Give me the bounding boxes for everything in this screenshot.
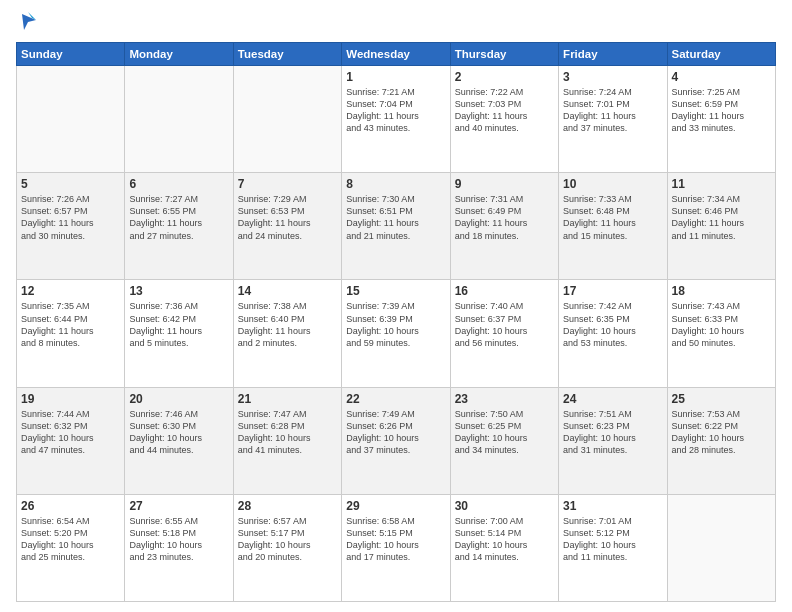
cell-daylight-info: Sunrise: 7:24 AM Sunset: 7:01 PM Dayligh… bbox=[563, 86, 662, 135]
calendar-cell-1-3: 8Sunrise: 7:30 AM Sunset: 6:51 PM Daylig… bbox=[342, 173, 450, 280]
calendar-cell-3-2: 21Sunrise: 7:47 AM Sunset: 6:28 PM Dayli… bbox=[233, 387, 341, 494]
cell-daylight-info: Sunrise: 7:22 AM Sunset: 7:03 PM Dayligh… bbox=[455, 86, 554, 135]
calendar-cell-2-1: 13Sunrise: 7:36 AM Sunset: 6:42 PM Dayli… bbox=[125, 280, 233, 387]
cell-daylight-info: Sunrise: 7:30 AM Sunset: 6:51 PM Dayligh… bbox=[346, 193, 445, 242]
calendar-cell-0-2 bbox=[233, 66, 341, 173]
logo bbox=[16, 10, 38, 34]
day-number: 17 bbox=[563, 284, 662, 298]
calendar-row-0: 1Sunrise: 7:21 AM Sunset: 7:04 PM Daylig… bbox=[17, 66, 776, 173]
logo-bird-icon bbox=[18, 10, 38, 34]
day-number: 15 bbox=[346, 284, 445, 298]
day-number: 2 bbox=[455, 70, 554, 84]
calendar-cell-1-2: 7Sunrise: 7:29 AM Sunset: 6:53 PM Daylig… bbox=[233, 173, 341, 280]
day-number: 23 bbox=[455, 392, 554, 406]
cell-daylight-info: Sunrise: 7:21 AM Sunset: 7:04 PM Dayligh… bbox=[346, 86, 445, 135]
cell-daylight-info: Sunrise: 7:51 AM Sunset: 6:23 PM Dayligh… bbox=[563, 408, 662, 457]
day-number: 26 bbox=[21, 499, 120, 513]
calendar-row-3: 19Sunrise: 7:44 AM Sunset: 6:32 PM Dayli… bbox=[17, 387, 776, 494]
day-number: 28 bbox=[238, 499, 337, 513]
calendar-cell-4-6 bbox=[667, 494, 775, 601]
calendar-header-row: SundayMondayTuesdayWednesdayThursdayFrid… bbox=[17, 43, 776, 66]
cell-daylight-info: Sunrise: 7:29 AM Sunset: 6:53 PM Dayligh… bbox=[238, 193, 337, 242]
cell-daylight-info: Sunrise: 6:57 AM Sunset: 5:17 PM Dayligh… bbox=[238, 515, 337, 564]
day-number: 7 bbox=[238, 177, 337, 191]
cell-daylight-info: Sunrise: 7:39 AM Sunset: 6:39 PM Dayligh… bbox=[346, 300, 445, 349]
day-number: 3 bbox=[563, 70, 662, 84]
weekday-header-thursday: Thursday bbox=[450, 43, 558, 66]
day-number: 11 bbox=[672, 177, 771, 191]
calendar-cell-4-1: 27Sunrise: 6:55 AM Sunset: 5:18 PM Dayli… bbox=[125, 494, 233, 601]
cell-daylight-info: Sunrise: 7:33 AM Sunset: 6:48 PM Dayligh… bbox=[563, 193, 662, 242]
weekday-header-wednesday: Wednesday bbox=[342, 43, 450, 66]
cell-daylight-info: Sunrise: 7:26 AM Sunset: 6:57 PM Dayligh… bbox=[21, 193, 120, 242]
calendar-cell-1-5: 10Sunrise: 7:33 AM Sunset: 6:48 PM Dayli… bbox=[559, 173, 667, 280]
calendar-row-2: 12Sunrise: 7:35 AM Sunset: 6:44 PM Dayli… bbox=[17, 280, 776, 387]
calendar-cell-3-5: 24Sunrise: 7:51 AM Sunset: 6:23 PM Dayli… bbox=[559, 387, 667, 494]
calendar-cell-2-5: 17Sunrise: 7:42 AM Sunset: 6:35 PM Dayli… bbox=[559, 280, 667, 387]
day-number: 20 bbox=[129, 392, 228, 406]
day-number: 27 bbox=[129, 499, 228, 513]
cell-daylight-info: Sunrise: 7:40 AM Sunset: 6:37 PM Dayligh… bbox=[455, 300, 554, 349]
calendar-cell-1-1: 6Sunrise: 7:27 AM Sunset: 6:55 PM Daylig… bbox=[125, 173, 233, 280]
calendar-cell-0-4: 2Sunrise: 7:22 AM Sunset: 7:03 PM Daylig… bbox=[450, 66, 558, 173]
day-number: 16 bbox=[455, 284, 554, 298]
calendar-cell-0-6: 4Sunrise: 7:25 AM Sunset: 6:59 PM Daylig… bbox=[667, 66, 775, 173]
calendar-cell-2-2: 14Sunrise: 7:38 AM Sunset: 6:40 PM Dayli… bbox=[233, 280, 341, 387]
calendar-cell-0-3: 1Sunrise: 7:21 AM Sunset: 7:04 PM Daylig… bbox=[342, 66, 450, 173]
cell-daylight-info: Sunrise: 7:47 AM Sunset: 6:28 PM Dayligh… bbox=[238, 408, 337, 457]
calendar-cell-4-5: 31Sunrise: 7:01 AM Sunset: 5:12 PM Dayli… bbox=[559, 494, 667, 601]
page: SundayMondayTuesdayWednesdayThursdayFrid… bbox=[0, 0, 792, 612]
calendar-cell-2-3: 15Sunrise: 7:39 AM Sunset: 6:39 PM Dayli… bbox=[342, 280, 450, 387]
calendar-cell-3-4: 23Sunrise: 7:50 AM Sunset: 6:25 PM Dayli… bbox=[450, 387, 558, 494]
cell-daylight-info: Sunrise: 7:43 AM Sunset: 6:33 PM Dayligh… bbox=[672, 300, 771, 349]
weekday-header-tuesday: Tuesday bbox=[233, 43, 341, 66]
svg-marker-0 bbox=[22, 14, 36, 30]
day-number: 30 bbox=[455, 499, 554, 513]
weekday-header-monday: Monday bbox=[125, 43, 233, 66]
day-number: 25 bbox=[672, 392, 771, 406]
cell-daylight-info: Sunrise: 7:35 AM Sunset: 6:44 PM Dayligh… bbox=[21, 300, 120, 349]
calendar-row-4: 26Sunrise: 6:54 AM Sunset: 5:20 PM Dayli… bbox=[17, 494, 776, 601]
calendar-cell-0-0 bbox=[17, 66, 125, 173]
calendar-cell-3-3: 22Sunrise: 7:49 AM Sunset: 6:26 PM Dayli… bbox=[342, 387, 450, 494]
weekday-header-saturday: Saturday bbox=[667, 43, 775, 66]
cell-daylight-info: Sunrise: 6:55 AM Sunset: 5:18 PM Dayligh… bbox=[129, 515, 228, 564]
cell-daylight-info: Sunrise: 7:46 AM Sunset: 6:30 PM Dayligh… bbox=[129, 408, 228, 457]
calendar-cell-0-5: 3Sunrise: 7:24 AM Sunset: 7:01 PM Daylig… bbox=[559, 66, 667, 173]
calendar-cell-1-4: 9Sunrise: 7:31 AM Sunset: 6:49 PM Daylig… bbox=[450, 173, 558, 280]
day-number: 29 bbox=[346, 499, 445, 513]
day-number: 19 bbox=[21, 392, 120, 406]
cell-daylight-info: Sunrise: 7:53 AM Sunset: 6:22 PM Dayligh… bbox=[672, 408, 771, 457]
weekday-header-friday: Friday bbox=[559, 43, 667, 66]
calendar-table: SundayMondayTuesdayWednesdayThursdayFrid… bbox=[16, 42, 776, 602]
calendar-cell-2-0: 12Sunrise: 7:35 AM Sunset: 6:44 PM Dayli… bbox=[17, 280, 125, 387]
calendar-cell-3-1: 20Sunrise: 7:46 AM Sunset: 6:30 PM Dayli… bbox=[125, 387, 233, 494]
calendar-cell-4-2: 28Sunrise: 6:57 AM Sunset: 5:17 PM Dayli… bbox=[233, 494, 341, 601]
day-number: 4 bbox=[672, 70, 771, 84]
cell-daylight-info: Sunrise: 7:42 AM Sunset: 6:35 PM Dayligh… bbox=[563, 300, 662, 349]
calendar-cell-3-0: 19Sunrise: 7:44 AM Sunset: 6:32 PM Dayli… bbox=[17, 387, 125, 494]
calendar-cell-2-6: 18Sunrise: 7:43 AM Sunset: 6:33 PM Dayli… bbox=[667, 280, 775, 387]
cell-daylight-info: Sunrise: 7:25 AM Sunset: 6:59 PM Dayligh… bbox=[672, 86, 771, 135]
calendar-cell-4-0: 26Sunrise: 6:54 AM Sunset: 5:20 PM Dayli… bbox=[17, 494, 125, 601]
calendar-cell-1-6: 11Sunrise: 7:34 AM Sunset: 6:46 PM Dayli… bbox=[667, 173, 775, 280]
day-number: 9 bbox=[455, 177, 554, 191]
cell-daylight-info: Sunrise: 7:44 AM Sunset: 6:32 PM Dayligh… bbox=[21, 408, 120, 457]
cell-daylight-info: Sunrise: 7:31 AM Sunset: 6:49 PM Dayligh… bbox=[455, 193, 554, 242]
cell-daylight-info: Sunrise: 7:34 AM Sunset: 6:46 PM Dayligh… bbox=[672, 193, 771, 242]
header bbox=[16, 10, 776, 34]
cell-daylight-info: Sunrise: 7:38 AM Sunset: 6:40 PM Dayligh… bbox=[238, 300, 337, 349]
calendar-row-1: 5Sunrise: 7:26 AM Sunset: 6:57 PM Daylig… bbox=[17, 173, 776, 280]
day-number: 10 bbox=[563, 177, 662, 191]
day-number: 6 bbox=[129, 177, 228, 191]
day-number: 8 bbox=[346, 177, 445, 191]
weekday-header-sunday: Sunday bbox=[17, 43, 125, 66]
day-number: 1 bbox=[346, 70, 445, 84]
day-number: 21 bbox=[238, 392, 337, 406]
cell-daylight-info: Sunrise: 7:00 AM Sunset: 5:14 PM Dayligh… bbox=[455, 515, 554, 564]
calendar-cell-3-6: 25Sunrise: 7:53 AM Sunset: 6:22 PM Dayli… bbox=[667, 387, 775, 494]
calendar-cell-4-3: 29Sunrise: 6:58 AM Sunset: 5:15 PM Dayli… bbox=[342, 494, 450, 601]
cell-daylight-info: Sunrise: 7:36 AM Sunset: 6:42 PM Dayligh… bbox=[129, 300, 228, 349]
day-number: 24 bbox=[563, 392, 662, 406]
day-number: 31 bbox=[563, 499, 662, 513]
